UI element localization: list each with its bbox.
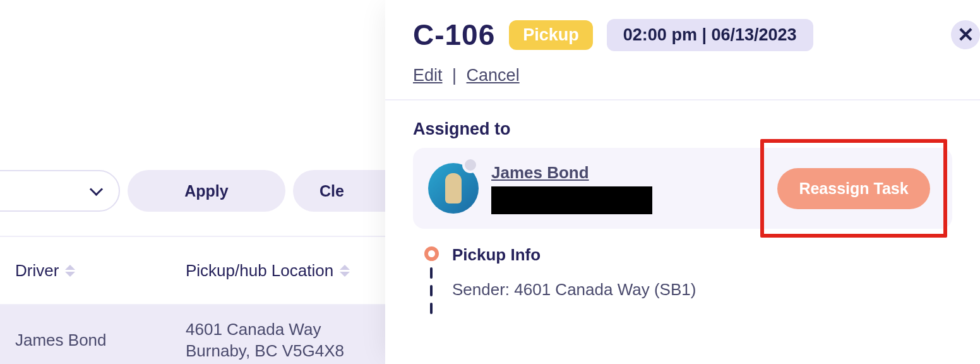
col-header-driver[interactable]: Driver (15, 261, 186, 281)
close-icon: ✕ (957, 25, 974, 45)
reassign-highlight-box: Reassign Task (760, 139, 947, 238)
apply-label: Apply (184, 182, 228, 200)
table-row[interactable]: James Bond 4601 Canada Way Burnaby, BC V… (0, 305, 388, 364)
chevron-down-icon (90, 182, 103, 195)
col-driver-label: Driver (15, 261, 59, 281)
task-id: C-106 (413, 18, 495, 52)
filters-dropdown[interactable] (0, 170, 120, 212)
cancel-link[interactable]: Cancel (467, 66, 520, 85)
separator: | (452, 66, 457, 85)
redacted-field (491, 186, 652, 214)
pickup-info-title: Pickup Info (452, 245, 696, 265)
location-line1: 4601 Canada Way (186, 319, 344, 341)
apply-button[interactable]: Apply (128, 170, 285, 212)
cell-location: 4601 Canada Way Burnaby, BC V5G4X8 (186, 319, 344, 362)
timeline-node-icon (424, 246, 439, 261)
assignee-name-link[interactable]: James Bond (491, 163, 652, 183)
close-button[interactable]: ✕ (951, 20, 980, 49)
status-indicator (462, 157, 479, 173)
col-header-location[interactable]: Pickup/hub Location (186, 261, 350, 281)
cell-driver: James Bond (15, 331, 186, 350)
sort-icon (65, 265, 75, 277)
edit-link[interactable]: Edit (413, 66, 443, 85)
table-header: Driver Pickup/hub Location (0, 236, 388, 305)
task-datetime-badge: 02:00 pm | 06/13/2023 (607, 19, 813, 51)
pickup-sender-line: Sender: 4601 Canada Way (SB1) (452, 280, 696, 300)
task-type-badge: Pickup (509, 20, 593, 50)
assignee-card: James Bond Reassign Task (413, 148, 952, 229)
timeline (422, 245, 441, 314)
clear-label: Cle (320, 182, 344, 200)
col-location-label: Pickup/hub Location (186, 261, 333, 281)
reassign-task-button[interactable]: Reassign Task (777, 168, 929, 209)
location-line2: Burnaby, BC V5G4X8 (186, 341, 344, 362)
task-detail-panel: C-106 Pickup 02:00 pm | 06/13/2023 ✕ Edi… (385, 0, 980, 364)
sort-icon (340, 265, 350, 277)
